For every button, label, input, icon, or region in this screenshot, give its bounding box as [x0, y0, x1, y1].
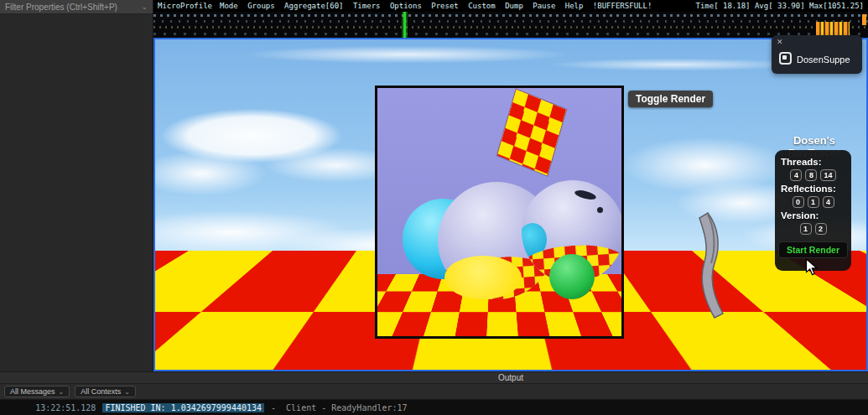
toast-title: DosenSuppe — [797, 54, 850, 65]
microprofile-menu-item[interactable]: Custom — [468, 2, 496, 10]
output-log: 13:22:51.128FINISHED IN: 1.0342697999440… — [0, 400, 868, 415]
properties-panel: Filter Properties (Ctrl+Shift+P) ⌄ — [0, 0, 153, 371]
reflections-option-button[interactable]: 4 — [823, 196, 834, 208]
microprofile-menu-item[interactable]: Groups — [247, 2, 275, 10]
log-entry[interactable]: 13:22:51.128FINISHED IN: 1.0342697999440… — [5, 394, 408, 415]
filter-properties-input[interactable]: Filter Properties (Ctrl+Shift+P) ⌄ — [0, 0, 153, 14]
log-message-rest: - Client - ReadyHandler:17 — [271, 403, 408, 412]
reflections-options: 0 1 4 — [775, 196, 851, 208]
microprofile-buffers-warning: !BUFFERSFULL! — [593, 2, 652, 10]
raytracer-control-panel: Threads: 4 8 14 Reflections: 0 1 4 Versi… — [775, 150, 851, 271]
version-options: 1 2 — [775, 223, 851, 235]
viewport-3d[interactable]: Toggle Render — [153, 38, 868, 371]
version-option-button[interactable]: 1 — [800, 223, 812, 235]
gray-ribbon-part[interactable] — [696, 211, 728, 320]
microprofile-menu-item[interactable]: Dump — [505, 2, 523, 10]
microprofile-menu-item[interactable]: Aggregate[60] — [284, 2, 343, 10]
microprofile-menu-item[interactable]: Options — [390, 2, 422, 10]
toggle-render-button[interactable]: Toggle Render — [628, 91, 713, 107]
close-icon[interactable]: ✕ — [777, 38, 783, 46]
microprofile-menu-item[interactable]: Preset — [431, 2, 459, 10]
render-blob-yellow — [444, 256, 522, 299]
reflections-option-button[interactable]: 1 — [808, 196, 819, 208]
log-timestamp: 13:22:51.128 — [35, 403, 96, 412]
microprofile-menu-item[interactable]: Help — [565, 2, 584, 10]
raytracer-render-image — [375, 86, 624, 339]
microprofile-stats: Time[ 18.18] Avg[ 33.90] Max[1051.25] — [696, 2, 864, 10]
log-message-highlighted: FINISHED IN: 1.0342697999440134 — [102, 403, 264, 412]
threads-options: 4 8 14 — [775, 169, 851, 181]
mouse-cursor — [805, 258, 819, 277]
profiler-timeline[interactable] — [153, 12, 868, 38]
main-area: Toggle Render MicroProfile Mode Groups A… — [153, 0, 868, 371]
microprofile-menu-item[interactable]: Pause — [533, 2, 555, 10]
plugin-icon — [779, 52, 792, 65]
render-dark-mark — [574, 189, 597, 201]
profiler-marker-green — [403, 12, 406, 38]
threads-option-button[interactable]: 8 — [805, 169, 817, 181]
start-render-button[interactable]: Start Render — [778, 241, 848, 258]
microprofile-menu-item[interactable]: Timers — [353, 2, 381, 10]
threads-option-button[interactable]: 4 — [790, 169, 802, 181]
version-option-button[interactable]: 2 — [815, 223, 827, 235]
render-dark-dot — [597, 207, 603, 213]
microprofile-menu-item[interactable]: Mode — [220, 2, 238, 10]
output-header: Output — [0, 371, 868, 384]
microprofile-bar: MicroProfile Mode Groups Aggregate[60] T… — [153, 0, 868, 12]
render-sphere-green — [549, 254, 595, 299]
threads-option-button[interactable]: 14 — [820, 169, 835, 181]
microprofile-menu: Mode Groups Aggregate[60] Timers Options… — [220, 2, 657, 10]
reflections-option-button[interactable]: 0 — [793, 196, 804, 208]
output-title: Output — [153, 372, 868, 383]
notification-toast: ✕ DosenSuppe — [772, 35, 862, 74]
version-label: Version: — [775, 210, 851, 220]
profiler-bar-orange-edge — [862, 14, 866, 25]
chevron-down-icon: ⌄ — [141, 3, 148, 11]
filter-properties-label: Filter Properties (Ctrl+Shift+P) — [5, 3, 117, 12]
threads-label: Threads: — [775, 157, 851, 167]
reflections-label: Reflections: — [775, 184, 851, 194]
microprofile-title: MicroProfile — [158, 2, 212, 10]
render-checker-flag — [497, 90, 566, 176]
app-root: Filter Properties (Ctrl+Shift+P) ⌄ — [0, 0, 868, 415]
profiler-text-rows — [153, 12, 868, 38]
